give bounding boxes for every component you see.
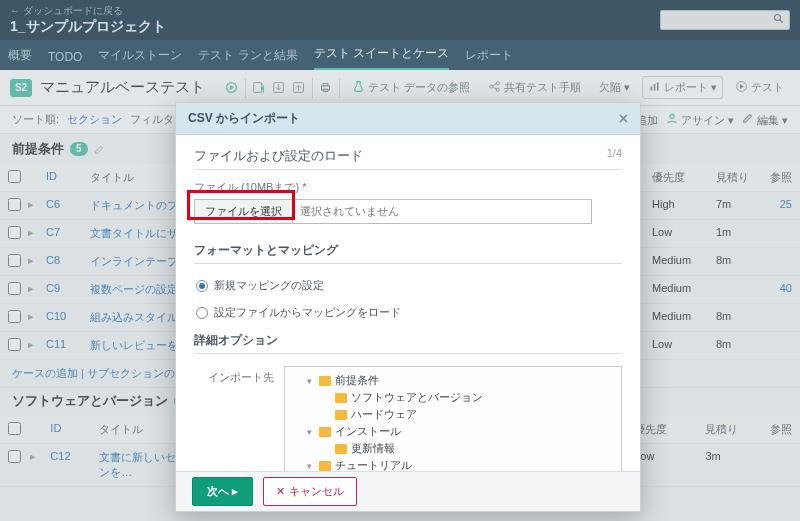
cancel-label: キャンセル <box>289 484 344 499</box>
radio-icon <box>196 307 208 319</box>
tree-node[interactable]: ハードウェア <box>323 407 615 422</box>
tree-label: 前提条件 <box>335 373 379 388</box>
step-title: ファイルおよび設定のロード <box>194 147 363 165</box>
format-heading: フォーマットとマッピング <box>194 242 622 264</box>
twisty-icon[interactable]: ▾ <box>307 376 315 386</box>
close-icon[interactable]: × <box>619 111 628 127</box>
file-label: ファイル (10MBまで) * <box>194 180 622 195</box>
radio-new-label: 新規マッピングの設定 <box>214 278 324 293</box>
folder-icon <box>335 444 347 454</box>
import-destination-tree[interactable]: ▾前提条件ソフトウェアとバージョンハードウェア▾インストール更新情報▾チュートリ… <box>284 366 622 471</box>
tree-label: 更新情報 <box>351 441 395 456</box>
twisty-icon[interactable]: ▾ <box>307 461 315 471</box>
tree-node[interactable]: ▾チュートリアル <box>307 458 615 471</box>
tree-node[interactable]: ▾インストール <box>307 424 615 439</box>
radio-load-mapping[interactable]: 設定ファイルからマッピングをロード <box>196 305 620 320</box>
tree-label: ハードウェア <box>351 407 417 422</box>
tree-node[interactable]: ▾前提条件 <box>307 373 615 388</box>
csv-import-modal: CSV からインポート × ファイルおよび設定のロード 1/4 ファイル (10… <box>175 102 641 512</box>
advanced-heading: 詳細オプション <box>194 332 622 354</box>
cancel-button[interactable]: ✕ キャンセル <box>263 477 357 506</box>
tree-node[interactable]: 更新情報 <box>323 441 615 456</box>
radio-new-mapping[interactable]: 新規マッピングの設定 <box>196 278 620 293</box>
radio-icon <box>196 280 208 292</box>
folder-icon <box>335 410 347 420</box>
close-icon: ✕ <box>276 485 285 498</box>
folder-icon <box>319 461 331 471</box>
modal-title: CSV からインポート <box>188 110 300 127</box>
next-button[interactable]: 次へ ▸ <box>192 477 253 506</box>
dest-label: インポート先 <box>194 366 274 467</box>
radio-load-label: 設定ファイルからマッピングをロード <box>214 305 401 320</box>
step-count: 1/4 <box>607 147 622 165</box>
modal-footer: 次へ ▸ ✕ キャンセル <box>176 471 640 511</box>
folder-icon <box>335 393 347 403</box>
file-status: 選択されていません <box>292 199 592 224</box>
folder-icon <box>319 427 331 437</box>
tree-label: インストール <box>335 424 401 439</box>
tree-label: ソフトウェアとバージョン <box>351 390 483 405</box>
tree-label: チュートリアル <box>335 458 412 471</box>
choose-file-label: ファイルを選択 <box>205 205 282 217</box>
folder-icon <box>319 376 331 386</box>
choose-file-button[interactable]: ファイルを選択 <box>194 199 293 224</box>
modal-header: CSV からインポート × <box>176 103 640 135</box>
twisty-icon[interactable]: ▾ <box>307 427 315 437</box>
tree-node[interactable]: ソフトウェアとバージョン <box>323 390 615 405</box>
